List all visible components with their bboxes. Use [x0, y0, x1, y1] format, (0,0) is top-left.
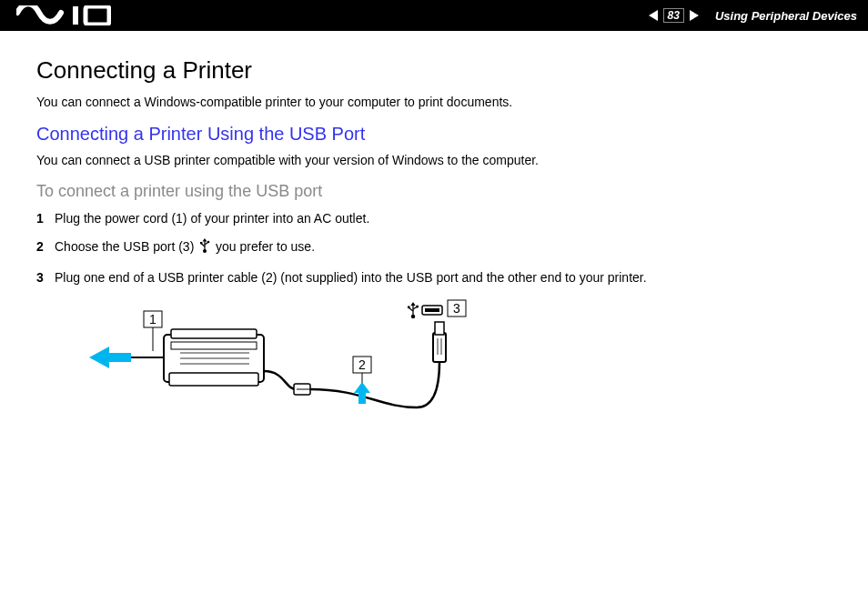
step-2: Choose the USB port (3) you prefer to us…	[36, 238, 824, 258]
usb-trident-icon	[199, 238, 210, 258]
svg-rect-20	[433, 333, 446, 362]
arrow-left-icon	[89, 347, 131, 368]
arrow-up-2-icon	[354, 382, 370, 404]
next-page-icon[interactable]	[690, 10, 699, 21]
header-bar: 83 Using Peripheral Devices	[0, 0, 868, 31]
svg-rect-1	[86, 6, 109, 25]
printer-connection-diagram: 1 2	[89, 298, 824, 457]
vaio-logo-icon	[16, 5, 111, 25]
diagram-label-1: 1	[149, 311, 156, 326]
step-2-text-a: Choose the USB port (3)	[55, 239, 197, 254]
procedure-heading: To connect a printer using the USB port	[36, 182, 824, 201]
svg-marker-26	[410, 302, 415, 306]
diagram-label-3: 3	[453, 300, 460, 315]
svg-point-6	[207, 241, 210, 244]
svg-rect-27	[408, 306, 410, 308]
page-number: 83	[663, 8, 684, 23]
intro-text: You can connect a Windows-compatible pri…	[36, 94, 824, 111]
usb-trident-diagram-icon	[408, 302, 419, 318]
step-2-text-b: you prefer to use.	[212, 239, 315, 254]
sub-intro-text: You can connect a USB printer compatible…	[36, 152, 824, 169]
page-content: Connecting a Printer You can connect a W…	[0, 31, 868, 457]
svg-rect-5	[200, 242, 202, 244]
svg-rect-12	[169, 373, 258, 386]
usb-port-icon	[422, 306, 442, 315]
svg-rect-10	[171, 329, 257, 338]
svg-rect-11	[171, 342, 257, 349]
step-3: Plug one end of a USB printer cable (2) …	[36, 269, 824, 287]
subheading-usb: Connecting a Printer Using the USB Port	[36, 124, 824, 145]
section-title: Using Peripheral Devices	[715, 9, 857, 23]
svg-rect-0	[73, 6, 78, 25]
steps-list: Plug the power cord (1) of your printer …	[36, 210, 824, 287]
svg-rect-30	[425, 308, 439, 312]
prev-page-icon[interactable]	[649, 10, 658, 21]
header-right: 83 Using Peripheral Devices	[649, 8, 857, 23]
usb-cable-seg1	[264, 371, 297, 389]
svg-point-3	[204, 250, 207, 253]
svg-marker-4	[203, 238, 207, 242]
svg-point-25	[411, 315, 414, 317]
step-1: Plug the power cord (1) of your printer …	[36, 210, 824, 228]
svg-point-28	[416, 305, 419, 307]
printer-icon	[164, 329, 264, 386]
usb-cable-seg2	[310, 362, 439, 407]
diagram-label-2: 2	[358, 357, 366, 371]
page-title: Connecting a Printer	[36, 56, 824, 85]
